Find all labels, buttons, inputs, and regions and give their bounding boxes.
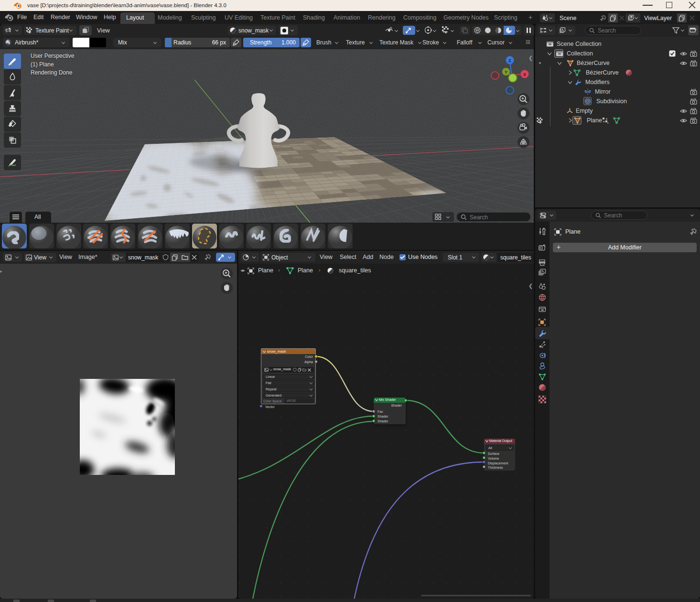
svg-text:Z: Z — [508, 58, 511, 63]
svg-text:X: X — [523, 72, 526, 77]
svg-text:Y: Y — [505, 70, 507, 75]
